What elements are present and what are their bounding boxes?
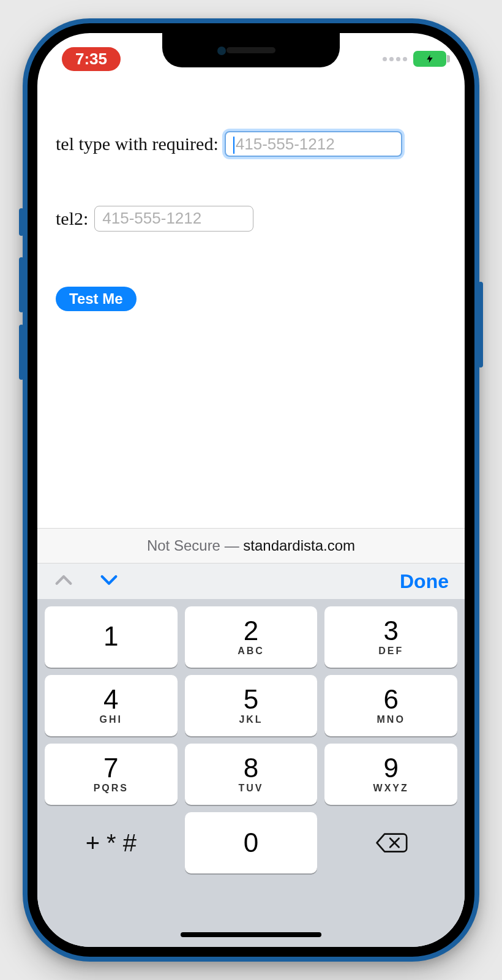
key-0[interactable]: 0 — [185, 812, 318, 873]
recording-time-pill[interactable]: 7:35 — [62, 47, 121, 71]
tel1-label: tel type with required: — [56, 134, 219, 154]
key-9[interactable]: 9WXYZ — [324, 744, 457, 805]
tel2-placeholder: 415-555-1212 — [102, 209, 201, 227]
tel1-input[interactable]: 415-555-1212 — [225, 131, 402, 157]
key-5[interactable]: 5JKL — [185, 675, 318, 736]
key-6[interactable]: 6MNO — [324, 675, 457, 736]
test-me-button[interactable]: Test Me — [56, 287, 137, 311]
prev-field-button — [53, 570, 74, 593]
key-backspace[interactable] — [324, 812, 457, 873]
key-1[interactable]: 1 — [45, 606, 178, 668]
home-indicator[interactable] — [181, 932, 321, 937]
notch — [162, 33, 340, 67]
key-4[interactable]: 4GHI — [45, 675, 178, 736]
key-symbols[interactable]: + * # — [45, 812, 178, 873]
web-content: tel type with required: 415-555-1212 tel… — [37, 76, 465, 528]
next-field-button[interactable] — [99, 570, 119, 593]
battery-charging-icon — [413, 51, 446, 67]
key-2[interactable]: 2ABC — [185, 606, 318, 668]
input-accessory-bar: Done — [37, 563, 465, 599]
phone-frame: 7:35 tel type with required: 415-555-121… — [23, 18, 479, 962]
key-8[interactable]: 8TUV — [185, 744, 318, 805]
tel2-label: tel2: — [56, 208, 88, 229]
key-7[interactable]: 7PQRS — [45, 744, 178, 805]
numeric-keypad: 1 2ABC 3DEF 4GHI 5JKL 6MNO 7PQRS 8TUV 9W… — [37, 599, 465, 947]
tel1-placeholder: 415-555-1212 — [236, 135, 335, 153]
url-host: standardista.com — [243, 537, 355, 554]
key-3[interactable]: 3DEF — [324, 606, 457, 668]
tel2-input[interactable]: 415-555-1212 — [94, 206, 253, 232]
backspace-icon — [375, 831, 408, 855]
cellular-dots-icon — [383, 57, 407, 61]
url-bar[interactable]: Not Secure — standardista.com — [37, 528, 465, 563]
keyboard-done-button[interactable]: Done — [400, 570, 449, 593]
url-not-secure: Not Secure — — [147, 537, 243, 554]
